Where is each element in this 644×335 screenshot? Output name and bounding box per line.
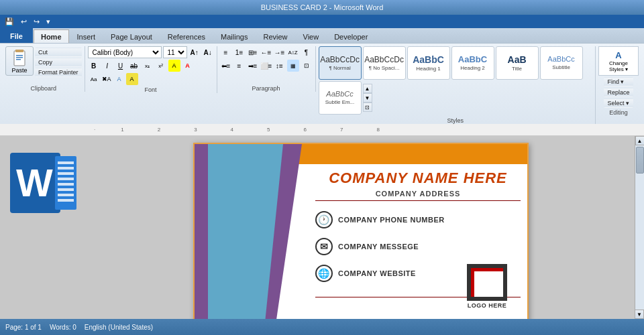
shading-para-button[interactable]: ▦ (287, 60, 299, 72)
change-styles-button[interactable]: A ChangeStyles ▾ (598, 46, 639, 76)
card-company-name: COMPANY NAME HERE (315, 170, 521, 187)
card-logo-area: LOGO HERE (460, 262, 514, 309)
scroll-down-button[interactable]: ▼ (635, 310, 644, 319)
tab-mailings[interactable]: Mailings (213, 29, 255, 43)
logo-label: LOGO HERE (468, 302, 507, 309)
logo-box (467, 264, 507, 301)
paragraph-group: ≡ 1≡ ⊞≡ ←≡ →≡ A↕Z ¶ ⬅≡ ≡ ➡≡ ⬜≡ ↕≡ ▦ ⊡ Pa… (217, 46, 316, 92)
main-area: W COMPANY NAME HERE C (0, 136, 644, 335)
svg-rect-15 (58, 194, 74, 196)
bold-button[interactable]: B (88, 60, 100, 72)
document-canvas[interactable]: COMPANY NAME HERE COMPANY ADDRESS 🕐 COMP… (87, 136, 635, 335)
copy-button[interactable]: Copy (35, 58, 82, 67)
card-phone-row: 🕐 COMPANY PHONE NUMBER (315, 211, 445, 228)
sort-button[interactable]: A↕Z (287, 46, 299, 58)
styles-scroll-down[interactable]: ▼ (363, 93, 372, 103)
redo-button[interactable]: ↪ (32, 17, 42, 26)
underline-button[interactable]: U (115, 60, 127, 72)
ribbon: Paste Cut Copy Format Painter Clipboard … (0, 43, 644, 124)
tab-references[interactable]: References (160, 29, 213, 43)
style-subtle-emphasis[interactable]: AaBbCc Subtle Em... (319, 81, 362, 115)
font-row-2: B I U ab x₂ x² A A (88, 60, 194, 72)
clipboard-group-label: Clipboard (31, 85, 57, 92)
undo-button[interactable]: ↩ (19, 17, 29, 26)
styles-label-row: Styles (447, 116, 464, 124)
style-no-spacing[interactable]: AaBbCcDc ¶ No Spaci... (363, 46, 406, 80)
superscript-button[interactable]: x² (155, 60, 167, 72)
align-left-button[interactable]: ⬅≡ (220, 60, 232, 72)
font-size-select[interactable]: 11 (163, 46, 187, 58)
customize-quick-access-button[interactable]: ▾ (44, 17, 52, 26)
tab-developer[interactable]: Developer (327, 29, 375, 43)
font-name-select[interactable]: Calibri (Body) (88, 46, 162, 58)
text-highlight-button[interactable]: A (168, 60, 180, 72)
tab-row: File Home Insert Page Layout References … (0, 28, 644, 43)
subscript-button[interactable]: x₂ (142, 60, 154, 72)
increase-indent-button[interactable]: →≡ (274, 46, 286, 58)
font-row-3: Aa ✖A A A (88, 73, 138, 85)
change-case-button[interactable]: Aa (88, 73, 100, 85)
status-bar: Page: 1 of 1 Words: 0 English (United St… (0, 319, 644, 335)
clear-formatting-button[interactable]: ✖A (101, 73, 113, 85)
card-email-text: COMPANY MESSEGE (338, 243, 419, 251)
style-title[interactable]: AaB Title (496, 46, 539, 80)
svg-rect-10 (58, 167, 74, 170)
find-button[interactable]: Find ▾ (604, 77, 633, 86)
svg-rect-5 (16, 59, 21, 60)
multilevel-list-button[interactable]: ⊞≡ (247, 46, 259, 58)
numbered-list-button[interactable]: 1≡ (233, 46, 246, 58)
title-text: BUSINESS CARD 2 - Microsoft Word (261, 3, 384, 11)
replace-button[interactable]: Replace (604, 88, 633, 97)
decrease-font-button[interactable]: A↓ (202, 46, 214, 58)
font-controls: Calibri (Body) 11 A↑ A↓ B I U ab x₂ x² A… (88, 46, 214, 85)
bullet-list-button[interactable]: ≡ (220, 46, 232, 58)
website-icon: 🌐 (315, 265, 333, 282)
styles-scroll-controls: ▲ ▼ ⊡ (363, 84, 372, 112)
font-row-1: Calibri (Body) 11 A↑ A↓ (88, 46, 214, 58)
paragraph-row-2: ⬅≡ ≡ ➡≡ ⬜≡ ↕≡ ▦ ⊡ (220, 60, 313, 72)
card-email-row: ✉ COMPANY MESSEGE (315, 238, 419, 255)
paste-label: Paste (11, 67, 27, 74)
cut-button[interactable]: Cut (35, 48, 82, 57)
styles-scroll-up[interactable]: ▲ (363, 84, 372, 93)
logo-inner-accent (471, 268, 503, 297)
business-card: COMPANY NAME HERE COMPANY ADDRESS 🕐 COMP… (193, 143, 529, 330)
style-heading2[interactable]: AaBbC Heading 2 (451, 46, 494, 80)
strikethrough-button[interactable]: ab (128, 60, 140, 72)
language-status: English (United States) (85, 324, 153, 331)
style-heading1[interactable]: AaBbC Heading 1 (407, 46, 450, 80)
align-right-button[interactable]: ➡≡ (247, 60, 259, 72)
show-formatting-button[interactable]: ¶ (301, 46, 313, 58)
borders-button[interactable]: ⊡ (301, 60, 313, 72)
vertical-scrollbar[interactable]: ▲ ▼ (635, 136, 644, 335)
style-subtitle[interactable]: AaBbCc Subtitle (540, 46, 583, 80)
font-color-button[interactable]: A (182, 60, 194, 72)
tab-insert[interactable]: Insert (70, 29, 103, 43)
italic-button[interactable]: I (101, 60, 113, 72)
editing-controls: A ChangeStyles ▾ (598, 46, 639, 76)
tab-view[interactable]: View (296, 29, 327, 43)
email-icon: ✉ (315, 238, 333, 255)
scroll-up-button[interactable]: ▲ (635, 136, 645, 145)
increase-font-button[interactable]: A↑ (189, 46, 201, 58)
paste-button[interactable]: Paste (5, 46, 34, 76)
decrease-indent-button[interactable]: ←≡ (260, 46, 272, 58)
align-center-button[interactable]: ≡ (233, 60, 246, 72)
select-button[interactable]: Select ▾ (604, 98, 633, 108)
text-effects-button[interactable]: A (113, 73, 125, 85)
format-painter-button[interactable]: Format Painter (35, 68, 82, 77)
tab-review[interactable]: Review (256, 29, 294, 43)
line-spacing-button[interactable]: ↕≡ (274, 60, 286, 72)
styles-scroll-more[interactable]: ⊡ (363, 103, 372, 112)
style-normal[interactable]: AaBbCcDc ¶ Normal (319, 46, 362, 80)
page-status: Page: 1 of 1 (5, 324, 42, 331)
scroll-thumb[interactable] (636, 147, 644, 174)
shading-button[interactable]: A (126, 73, 138, 85)
tab-home[interactable]: Home (34, 29, 69, 43)
justify-button[interactable]: ⬜≡ (260, 60, 272, 72)
word-logo-icon: W (7, 143, 80, 216)
tab-page-layout[interactable]: Page Layout (103, 29, 160, 43)
save-button[interactable]: 💾 (3, 17, 16, 26)
title-bar: BUSINESS CARD 2 - Microsoft Word (0, 0, 644, 15)
tab-file[interactable]: File (0, 28, 33, 43)
